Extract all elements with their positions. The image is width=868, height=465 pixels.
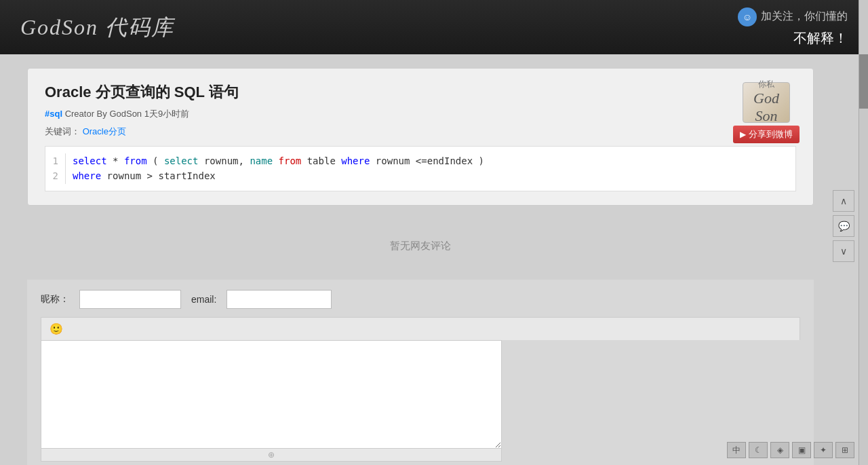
- share-button[interactable]: ▶ 分享到微博: [733, 126, 800, 143]
- kw-select1: select: [73, 155, 107, 166]
- logo: GodSon 代码库: [20, 12, 174, 43]
- header-signup[interactable]: ☺ 加关注，你们懂的: [738, 7, 848, 26]
- comment-editor: 🙂 ⊕: [41, 317, 800, 462]
- article-keywords: 关键词： Oracle分页: [45, 126, 796, 138]
- article-meta: #sql Creator By GodSon 1天9小时前: [45, 108, 796, 120]
- no-comments-text: 暂无网友评论: [27, 226, 814, 266]
- code-star: *: [113, 155, 124, 166]
- comments-section: 暂无网友评论: [27, 219, 814, 280]
- resize-handle[interactable]: ⊕: [41, 449, 502, 462]
- bottom-toolbar: 中 ☾ ◈ ▣ ✦ ⊞: [727, 442, 854, 458]
- meta-time: 1天9小时前: [144, 109, 189, 119]
- line-number-1: 1: [45, 153, 66, 168]
- kw-from1: from: [124, 155, 147, 166]
- bottom-icon-2[interactable]: ☾: [749, 442, 768, 458]
- code-line-1: 1 select * from ( select rownum, name fr…: [45, 153, 795, 168]
- scroll-down-button[interactable]: ∨: [833, 240, 854, 262]
- nickname-label: 昵称：: [41, 293, 69, 305]
- code-text-2: where rownum > startIndex: [73, 168, 216, 183]
- code-start: rownum > startIndex: [107, 170, 216, 181]
- comment-icon: 💬: [838, 221, 850, 231]
- header-tagline: 不解释！: [793, 29, 848, 48]
- logo-text: GodSon 代码库: [20, 15, 174, 39]
- scroll-up-button[interactable]: ∧: [833, 190, 854, 212]
- keyword-link[interactable]: Oracle分页: [83, 126, 126, 136]
- signup-icon: ☺: [738, 7, 757, 26]
- meta-creator: Creator By GodSon: [65, 109, 142, 119]
- keywords-label: 关键词：: [45, 126, 80, 136]
- tag-link[interactable]: #sql: [45, 109, 62, 119]
- bottom-icon-1[interactable]: 中: [727, 442, 746, 458]
- comment-nav-button[interactable]: 💬: [833, 215, 854, 237]
- scrollbar-thumb[interactable]: [859, 54, 868, 109]
- emoji-icon: 🙂: [50, 323, 63, 335]
- avatar: 你私 God Son: [743, 82, 790, 123]
- kw-from2: from: [279, 155, 302, 166]
- signup-text: 加关注，你们懂的: [761, 10, 848, 24]
- email-input[interactable]: [226, 290, 332, 309]
- header: GodSon 代码库 ☺ 加关注，你们懂的 不解释！: [0, 0, 868, 54]
- code-text-1: select * from ( select rownum, name from…: [73, 153, 484, 168]
- up-icon: ∧: [840, 196, 847, 206]
- form-row-names: 昵称： email:: [41, 290, 800, 309]
- code-block: 1 select * from ( select rownum, name fr…: [45, 146, 796, 191]
- bottom-icon-6[interactable]: ⊞: [835, 442, 854, 458]
- emoji-button[interactable]: 🙂: [47, 321, 66, 337]
- code-line-2: 2 where rownum > startIndex: [45, 168, 795, 183]
- share-icon: ▶: [740, 130, 746, 139]
- code-end: rownum <=endIndex ): [376, 155, 484, 166]
- article-title: Oracle 分页查询的 SQL 语句: [45, 82, 796, 103]
- side-nav: ∧ 💬 ∨: [833, 190, 854, 262]
- comment-textarea[interactable]: [41, 340, 502, 449]
- code-paren: (: [153, 155, 158, 166]
- bottom-icon-5[interactable]: ✦: [814, 442, 833, 458]
- kw-select2: select: [164, 155, 199, 166]
- down-icon: ∨: [840, 246, 847, 257]
- share-label: 分享到微博: [749, 128, 793, 141]
- header-right: ☺ 加关注，你们懂的 不解释！: [738, 7, 848, 48]
- kw-name: name: [250, 155, 273, 166]
- nickname-input[interactable]: [79, 290, 181, 309]
- line-number-2: 2: [45, 168, 66, 183]
- comment-form: 昵称： email: 🙂 ⊕ 4k69 输入验证码 [ 看不清？ ]: [27, 280, 814, 465]
- comment-toolbar: 🙂: [41, 317, 800, 340]
- email-label: email:: [191, 294, 216, 305]
- kw-where2: where: [73, 170, 101, 181]
- code-rownum: rownum,: [204, 155, 244, 166]
- bottom-icon-3[interactable]: ◈: [770, 442, 789, 458]
- article-card: 你私 God Son ▶ 分享到微博 Oracle 分页查询的 SQL 语句 #…: [27, 68, 814, 206]
- code-table: table: [307, 155, 342, 166]
- main-content: 你私 God Son ▶ 分享到微博 Oracle 分页查询的 SQL 语句 #…: [0, 54, 841, 465]
- scrollbar[interactable]: [859, 0, 868, 465]
- kw-where1: where: [341, 155, 370, 166]
- share-container: 你私 God Son ▶ 分享到微博: [733, 82, 800, 143]
- bottom-icon-4[interactable]: ▣: [792, 442, 811, 458]
